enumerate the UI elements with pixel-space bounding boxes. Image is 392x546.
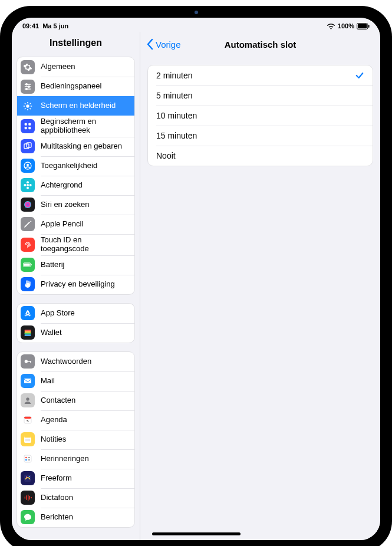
svg-rect-38 xyxy=(25,335,31,337)
sidebar-item-wallpaper[interactable]: Achtergrond xyxy=(17,176,134,195)
sidebar-item-home[interactable]: Beginscherm en appbibliotheek xyxy=(17,116,134,137)
mail-icon xyxy=(21,374,35,388)
ipad-frame: 09:41 Ma 5 jun 100% Instellingen Algemee… xyxy=(0,6,392,546)
sidebar-item-label: Mail xyxy=(41,377,130,386)
rects-icon xyxy=(21,139,35,153)
option-label: 2 minuten xyxy=(156,71,192,80)
siri-icon xyxy=(21,198,35,212)
back-label: Vorige xyxy=(156,40,181,50)
auto-lock-options: 2 minuten5 minuten10 minuten15 minutenNo… xyxy=(147,65,373,166)
sidebar-item-label: App Store xyxy=(41,309,130,318)
auto-lock-option[interactable]: 15 minuten xyxy=(148,126,373,146)
sidebar-item-mail[interactable]: Mail xyxy=(17,371,134,391)
svg-rect-41 xyxy=(30,361,31,363)
svg-point-25 xyxy=(27,164,29,166)
sidebar-item-label: Algemeen xyxy=(41,63,130,71)
sidebar-item-wallet[interactable]: Wallet xyxy=(17,323,134,343)
status-time: 09:41 xyxy=(22,22,39,29)
svg-point-8 xyxy=(26,88,28,90)
svg-point-52 xyxy=(25,457,27,459)
sidebar-item-label: Herinneringen xyxy=(41,455,130,463)
svg-rect-33 xyxy=(24,264,30,266)
sidebar-item-label: Agenda xyxy=(41,416,130,425)
sidebar-item-display[interactable]: Scherm en helderheid xyxy=(17,96,134,116)
battery-icon xyxy=(21,258,35,272)
status-date: Ma 5 jun xyxy=(42,22,68,29)
sidebar-item-label: Dictafoon xyxy=(41,494,130,502)
pencil-icon xyxy=(21,217,35,231)
settings-sidebar: Instellingen AlgemeenBedieningspaneelSch… xyxy=(12,32,140,540)
sidebar-item-privacy[interactable]: Privacy en beveiliging xyxy=(17,275,134,294)
sidebar-item-freeform[interactable]: Freeform xyxy=(17,469,134,488)
status-bar: 09:41 Ma 5 jun 100% xyxy=(12,18,380,32)
svg-point-30 xyxy=(29,184,32,186)
svg-rect-51 xyxy=(24,455,31,462)
sidebar-group: App StoreWallet xyxy=(17,303,135,343)
detail-pane: Vorige Automatisch slot 2 minuten5 minut… xyxy=(140,32,380,540)
messages-icon xyxy=(21,510,35,524)
sliders-icon xyxy=(21,80,35,94)
freeform-icon xyxy=(21,471,35,485)
svg-rect-20 xyxy=(25,127,27,129)
svg-rect-35 xyxy=(25,330,31,332)
svg-rect-2 xyxy=(368,25,370,28)
svg-rect-1 xyxy=(358,24,367,28)
sidebar-item-calendar[interactable]: 5Agenda xyxy=(17,410,134,430)
svg-rect-45 xyxy=(24,417,31,419)
sidebar-item-accessibility[interactable]: Toegankelijkheid xyxy=(17,156,134,176)
sidebar-item-pencil[interactable]: Apple Pencil xyxy=(17,215,134,234)
svg-rect-56 xyxy=(24,475,31,482)
sidebar-item-appstore[interactable]: App Store xyxy=(17,304,134,323)
sidebar-item-general[interactable]: Algemeen xyxy=(17,57,134,77)
sidebar-item-contacts[interactable]: Contacten xyxy=(17,391,134,410)
sidebar-item-label: Siri en zoeken xyxy=(41,200,130,209)
svg-point-31 xyxy=(24,201,31,208)
svg-line-14 xyxy=(25,103,25,104)
sun-icon xyxy=(21,99,35,113)
sidebar-item-label: Toegankelijkheid xyxy=(41,162,130,170)
svg-point-58 xyxy=(29,476,30,478)
option-label: 10 minuten xyxy=(156,111,197,120)
auto-lock-option[interactable]: 5 minuten xyxy=(148,85,373,106)
sidebar-item-battery[interactable]: Batterij xyxy=(17,255,134,275)
svg-rect-48 xyxy=(24,436,31,438)
sidebar-item-touchid[interactable]: Touch ID en toegangscode xyxy=(17,234,134,255)
auto-lock-option[interactable]: 10 minuten xyxy=(148,106,373,126)
sidebar-item-control[interactable]: Bedieningspaneel xyxy=(17,77,134,96)
svg-point-43 xyxy=(26,398,29,401)
sidebar-item-voicememo[interactable]: Dictafoon xyxy=(17,488,134,508)
sidebar-item-label: Privacy en beveiliging xyxy=(41,280,130,289)
sidebar-group: AlgemeenBedieningspaneelScherm en helder… xyxy=(17,57,135,295)
sidebar-item-siri[interactable]: Siri en zoeken xyxy=(17,195,134,215)
back-button[interactable]: Vorige xyxy=(146,38,181,50)
sidebar-item-label: Touch ID en toegangscode xyxy=(41,236,130,254)
svg-point-57 xyxy=(26,476,27,478)
option-label: 5 minuten xyxy=(156,91,192,100)
option-label: Nooit xyxy=(156,151,176,160)
sidebar-item-label: Bedieningspaneel xyxy=(41,82,130,91)
grid-icon xyxy=(21,119,35,133)
sidebar-item-reminders[interactable]: Herinneringen xyxy=(17,449,134,469)
camera-dot xyxy=(195,11,198,14)
sidebar-scroll[interactable]: AlgemeenBedieningspaneelScherm en helder… xyxy=(12,54,140,540)
wifi-icon xyxy=(327,23,335,29)
sidebar-item-notes[interactable]: Notities xyxy=(17,430,134,449)
auto-lock-option[interactable]: 2 minuten xyxy=(148,65,373,85)
sidebar-item-label: Achtergrond xyxy=(41,181,130,190)
auto-lock-option[interactable]: Nooit xyxy=(148,146,373,166)
svg-point-53 xyxy=(25,459,27,461)
sidebar-item-messages[interactable]: Berichten xyxy=(17,508,134,527)
sidebar-item-passwords[interactable]: Wachtwoorden xyxy=(17,352,134,371)
sidebar-item-multitask[interactable]: Multitasking en gebaren xyxy=(17,137,134,156)
sidebar-item-label: Freeform xyxy=(41,474,130,483)
option-label: 15 minuten xyxy=(156,131,197,140)
flower-icon xyxy=(21,178,35,192)
svg-point-27 xyxy=(27,182,29,184)
svg-rect-21 xyxy=(28,127,31,129)
contact-icon xyxy=(21,393,35,407)
sidebar-item-label: Scherm en helderheid xyxy=(41,101,130,110)
sidebar-group: WachtwoordenMailContacten5AgendaNotities… xyxy=(17,351,135,528)
svg-point-4 xyxy=(26,83,28,85)
svg-rect-34 xyxy=(31,264,32,265)
sidebar-title: Instellingen xyxy=(12,32,140,54)
